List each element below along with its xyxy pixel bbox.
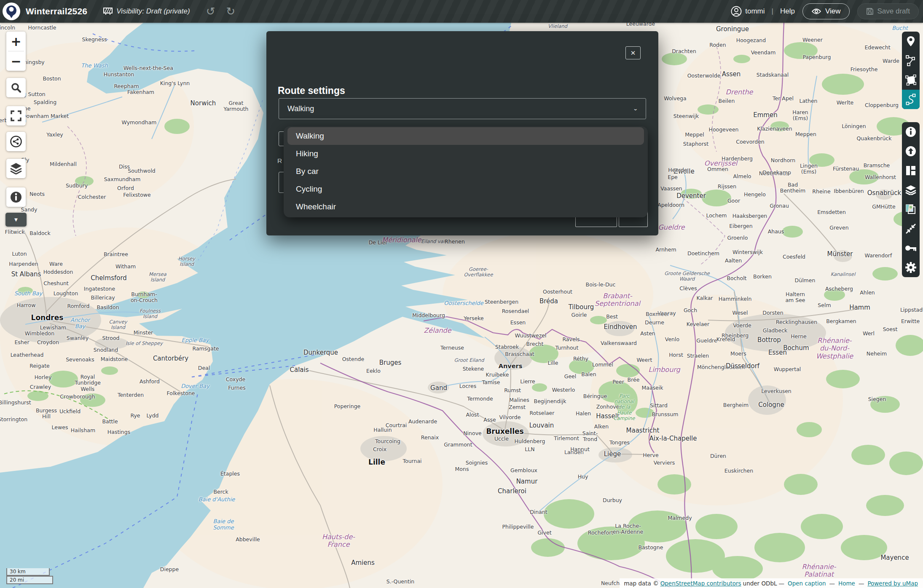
- chevron-down-icon: ▼: [13, 216, 19, 223]
- profile-option-by-car[interactable]: By car: [287, 163, 644, 180]
- draw-toolbar: [902, 32, 920, 109]
- redo-button[interactable]: ↻: [224, 6, 237, 17]
- profile-option-wheelchair[interactable]: Wheelchair: [287, 198, 644, 216]
- view-button[interactable]: View: [802, 3, 850, 19]
- user-icon: [731, 6, 742, 17]
- view-button-label: View: [825, 7, 841, 16]
- username: tommi: [745, 7, 765, 16]
- attribution-dash: —: [859, 580, 864, 587]
- scale-bar: 30 km 20 mi: [6, 568, 53, 584]
- powered-by-umap-link[interactable]: Powered by uMap: [867, 580, 918, 587]
- save-icon: [866, 8, 874, 15]
- umap-editor: LincolnHorncastleSkegnessConingsbyBoston…: [0, 0, 923, 588]
- upload-icon: [905, 146, 916, 157]
- fullscreen-icon: [11, 110, 21, 121]
- profile-option-cycling[interactable]: Cycling: [287, 180, 644, 198]
- center-map-button[interactable]: [902, 219, 920, 238]
- about-button[interactable]: [6, 187, 26, 207]
- top-bar-right: tommi | Help View Save draft: [731, 3, 919, 19]
- marker-icon: [906, 36, 916, 47]
- save-draft-label: Save draft: [877, 7, 910, 16]
- draft-hatch-icon: [103, 8, 113, 15]
- top-bar: Winterrail2526 Visibility: Draft (privat…: [0, 0, 923, 23]
- save-draft-button[interactable]: Save draft: [857, 3, 919, 19]
- tilelayer-icon: [905, 204, 916, 215]
- info-circle-icon: [905, 126, 916, 137]
- eye-icon: [811, 8, 821, 15]
- update-permissions-button[interactable]: [902, 238, 920, 258]
- zoom-control: + −: [6, 32, 26, 71]
- attribution-bar: map data © OpenStreetMap contributors un…: [620, 578, 923, 588]
- layers-icon: [10, 163, 22, 174]
- search-button[interactable]: [6, 78, 26, 97]
- select-chevron-icon: ⌄: [633, 106, 638, 112]
- import-data-button[interactable]: [902, 142, 920, 161]
- draw-route-button-active[interactable]: [902, 90, 920, 109]
- profile-options-dropdown: WalkingHikingBy carCyclingWheelchair: [284, 126, 648, 217]
- draw-polygon-button[interactable]: [902, 70, 920, 90]
- scale-mi: 20 mi: [6, 576, 53, 584]
- zoom-in-button[interactable]: +: [6, 32, 26, 51]
- key-icon: [905, 245, 917, 251]
- attribution-dash: —: [779, 580, 785, 587]
- manage-layers-button[interactable]: [902, 180, 920, 200]
- umap-logo-icon[interactable]: [2, 2, 21, 21]
- change-tilelayer-button[interactable]: [902, 200, 920, 219]
- gear-icon: [905, 262, 916, 273]
- undo-button[interactable]: ↺: [204, 6, 217, 17]
- profile-option-walking[interactable]: Walking: [287, 127, 644, 145]
- draw-marker-button[interactable]: [902, 32, 920, 51]
- zoom-out-button[interactable]: −: [6, 51, 26, 71]
- draw-polyline-button[interactable]: [902, 51, 920, 70]
- help-link[interactable]: Help: [780, 7, 795, 16]
- map-title[interactable]: Winterrail2526: [26, 6, 87, 16]
- collapse-panel-button[interactable]: ▼: [5, 213, 27, 227]
- polygon-icon: [905, 75, 916, 86]
- attribution-prefix: map data ©: [624, 580, 658, 587]
- hidden-label-partial: R: [277, 157, 282, 165]
- map-settings-toolbar: [902, 122, 920, 277]
- advanced-settings-button[interactable]: [902, 258, 920, 277]
- osm-contributors-link[interactable]: OpenStreetMap contributors: [660, 580, 741, 587]
- visibility-label: Visibility: Draft (private): [116, 7, 190, 16]
- edit-caption-button[interactable]: [902, 122, 920, 142]
- blocks-icon: [906, 166, 916, 176]
- visibility-status[interactable]: Visibility: Draft (private): [103, 7, 190, 16]
- attribution-odbl: under ODbL: [743, 580, 777, 587]
- route-curve-icon: [905, 94, 916, 105]
- fullscreen-button[interactable]: [6, 106, 26, 126]
- attribution-dash: —: [829, 580, 835, 587]
- share-button[interactable]: [6, 132, 26, 151]
- layers-stack-icon: [905, 185, 916, 195]
- profile-select[interactable]: Walking ⌄: [279, 98, 646, 119]
- info-icon: [10, 191, 22, 203]
- dialog-title: Route settings: [278, 85, 345, 96]
- home-link[interactable]: Home: [838, 580, 855, 587]
- user-menu[interactable]: tommi: [731, 6, 765, 17]
- shrink-center-icon: [905, 223, 916, 234]
- profile-select-value: Walking: [287, 104, 314, 113]
- scale-km: 30 km: [6, 568, 50, 576]
- search-icon: [11, 82, 21, 93]
- profile-option-hiking[interactable]: Hiking: [287, 145, 644, 163]
- top-bar-divider: |: [772, 7, 773, 16]
- route-settings-dialog: ✕ Route settings Profile Walking ⌄ R Wal…: [266, 31, 658, 235]
- close-dialog-button[interactable]: ✕: [625, 46, 641, 59]
- share-icon: [10, 135, 22, 148]
- edit-map-properties-button[interactable]: [902, 161, 920, 180]
- close-icon: ✕: [631, 49, 636, 57]
- open-caption-link[interactable]: Open caption: [788, 580, 826, 587]
- polyline-icon: [906, 55, 916, 66]
- layers-switch-button[interactable]: [6, 159, 26, 178]
